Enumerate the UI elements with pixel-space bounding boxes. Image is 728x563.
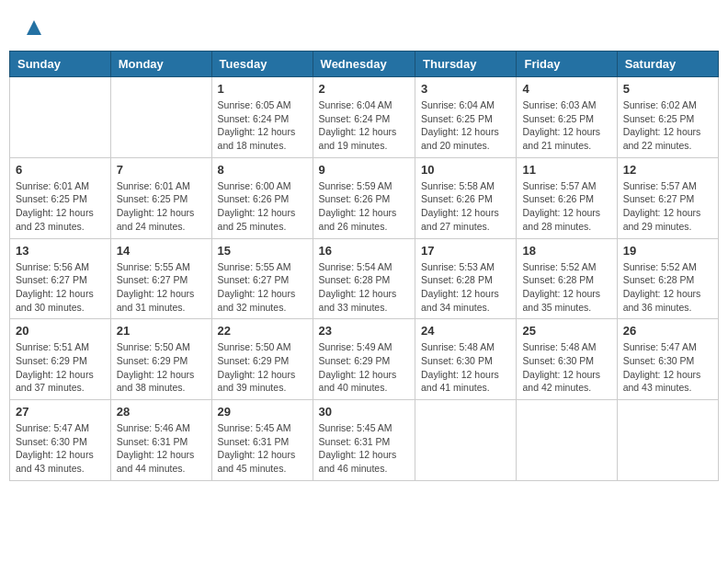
day-info: Sunrise: 5:47 AM Sunset: 6:30 PM Dayligh… <box>623 340 712 395</box>
calendar-cell: 25Sunrise: 5:48 AM Sunset: 6:30 PM Dayli… <box>517 319 617 400</box>
calendar-cell <box>617 400 718 481</box>
calendar-cell: 16Sunrise: 5:54 AM Sunset: 6:28 PM Dayli… <box>313 238 415 319</box>
calendar-cell: 20Sunrise: 5:51 AM Sunset: 6:29 PM Dayli… <box>10 319 111 400</box>
day-number: 11 <box>522 163 610 177</box>
day-number: 26 <box>623 324 712 338</box>
calendar-cell <box>110 77 211 158</box>
day-number: 16 <box>319 244 409 258</box>
day-number: 17 <box>421 244 510 258</box>
day-number: 28 <box>117 405 206 419</box>
column-header-saturday: Saturday <box>617 52 718 77</box>
day-number: 23 <box>319 324 409 338</box>
logo <box>23 18 43 41</box>
day-info: Sunrise: 5:47 AM Sunset: 6:30 PM Dayligh… <box>16 421 105 476</box>
day-info: Sunrise: 5:58 AM Sunset: 6:26 PM Dayligh… <box>421 179 510 234</box>
day-info: Sunrise: 5:52 AM Sunset: 6:28 PM Dayligh… <box>623 260 712 315</box>
calendar-header-row: SundayMondayTuesdayWednesdayThursdayFrid… <box>10 52 719 77</box>
day-info: Sunrise: 5:46 AM Sunset: 6:31 PM Dayligh… <box>117 421 206 476</box>
calendar-cell: 26Sunrise: 5:47 AM Sunset: 6:30 PM Dayli… <box>617 319 718 400</box>
day-number: 5 <box>623 82 712 96</box>
day-info: Sunrise: 5:49 AM Sunset: 6:29 PM Dayligh… <box>319 340 409 395</box>
day-info: Sunrise: 6:03 AM Sunset: 6:25 PM Dayligh… <box>522 98 610 153</box>
calendar-cell: 6Sunrise: 6:01 AM Sunset: 6:25 PM Daylig… <box>10 157 111 238</box>
calendar-cell: 13Sunrise: 5:56 AM Sunset: 6:27 PM Dayli… <box>10 238 111 319</box>
calendar-cell: 14Sunrise: 5:55 AM Sunset: 6:27 PM Dayli… <box>110 238 211 319</box>
calendar-cell: 18Sunrise: 5:52 AM Sunset: 6:28 PM Dayli… <box>517 238 617 319</box>
day-number: 25 <box>522 324 610 338</box>
day-info: Sunrise: 5:54 AM Sunset: 6:28 PM Dayligh… <box>319 260 409 315</box>
day-number: 22 <box>218 324 307 338</box>
day-info: Sunrise: 6:02 AM Sunset: 6:25 PM Dayligh… <box>623 98 712 153</box>
logo-text <box>23 18 43 41</box>
calendar-cell: 1Sunrise: 6:05 AM Sunset: 6:24 PM Daylig… <box>211 77 313 158</box>
calendar-cell: 2Sunrise: 6:04 AM Sunset: 6:24 PM Daylig… <box>313 77 415 158</box>
day-info: Sunrise: 5:52 AM Sunset: 6:28 PM Dayligh… <box>522 260 610 315</box>
day-info: Sunrise: 5:53 AM Sunset: 6:28 PM Dayligh… <box>421 260 510 315</box>
page-header <box>9 9 719 46</box>
day-number: 13 <box>16 244 105 258</box>
day-info: Sunrise: 6:01 AM Sunset: 6:25 PM Dayligh… <box>16 179 105 234</box>
day-info: Sunrise: 6:05 AM Sunset: 6:24 PM Dayligh… <box>218 98 307 153</box>
calendar-week-row: 1Sunrise: 6:05 AM Sunset: 6:24 PM Daylig… <box>10 77 719 158</box>
day-info: Sunrise: 5:51 AM Sunset: 6:29 PM Dayligh… <box>16 340 105 395</box>
column-header-thursday: Thursday <box>415 52 517 77</box>
day-number: 12 <box>623 163 712 177</box>
day-info: Sunrise: 6:04 AM Sunset: 6:24 PM Dayligh… <box>319 98 409 153</box>
calendar-cell: 19Sunrise: 5:52 AM Sunset: 6:28 PM Dayli… <box>617 238 718 319</box>
day-number: 19 <box>623 244 712 258</box>
calendar-table: SundayMondayTuesdayWednesdayThursdayFrid… <box>9 51 719 481</box>
calendar-cell: 28Sunrise: 5:46 AM Sunset: 6:31 PM Dayli… <box>110 400 211 481</box>
day-number: 21 <box>117 324 206 338</box>
day-number: 4 <box>522 82 610 96</box>
column-header-tuesday: Tuesday <box>211 52 313 77</box>
column-header-friday: Friday <box>517 52 617 77</box>
calendar-cell: 5Sunrise: 6:02 AM Sunset: 6:25 PM Daylig… <box>617 77 718 158</box>
day-number: 14 <box>117 244 206 258</box>
calendar-week-row: 6Sunrise: 6:01 AM Sunset: 6:25 PM Daylig… <box>10 157 719 238</box>
calendar-cell: 21Sunrise: 5:50 AM Sunset: 6:29 PM Dayli… <box>110 319 211 400</box>
column-header-wednesday: Wednesday <box>313 52 415 77</box>
calendar-cell: 29Sunrise: 5:45 AM Sunset: 6:31 PM Dayli… <box>211 400 313 481</box>
day-number: 7 <box>117 163 206 177</box>
day-info: Sunrise: 6:04 AM Sunset: 6:25 PM Dayligh… <box>421 98 510 153</box>
day-info: Sunrise: 6:00 AM Sunset: 6:26 PM Dayligh… <box>218 179 307 234</box>
calendar-week-row: 13Sunrise: 5:56 AM Sunset: 6:27 PM Dayli… <box>10 238 719 319</box>
day-info: Sunrise: 5:55 AM Sunset: 6:27 PM Dayligh… <box>218 260 307 315</box>
day-info: Sunrise: 5:50 AM Sunset: 6:29 PM Dayligh… <box>117 340 206 395</box>
day-info: Sunrise: 5:50 AM Sunset: 6:29 PM Dayligh… <box>218 340 307 395</box>
day-number: 2 <box>319 82 409 96</box>
day-info: Sunrise: 5:48 AM Sunset: 6:30 PM Dayligh… <box>421 340 510 395</box>
day-number: 30 <box>319 405 409 419</box>
day-info: Sunrise: 5:45 AM Sunset: 6:31 PM Dayligh… <box>218 421 307 476</box>
day-number: 29 <box>218 405 307 419</box>
calendar-cell: 24Sunrise: 5:48 AM Sunset: 6:30 PM Dayli… <box>415 319 517 400</box>
calendar-cell: 12Sunrise: 5:57 AM Sunset: 6:27 PM Dayli… <box>617 157 718 238</box>
calendar-cell: 4Sunrise: 6:03 AM Sunset: 6:25 PM Daylig… <box>517 77 617 158</box>
calendar-cell <box>415 400 517 481</box>
day-info: Sunrise: 5:57 AM Sunset: 6:26 PM Dayligh… <box>522 179 610 234</box>
day-info: Sunrise: 5:45 AM Sunset: 6:31 PM Dayligh… <box>319 421 409 476</box>
calendar-cell: 10Sunrise: 5:58 AM Sunset: 6:26 PM Dayli… <box>415 157 517 238</box>
day-number: 8 <box>218 163 307 177</box>
calendar-week-row: 27Sunrise: 5:47 AM Sunset: 6:30 PM Dayli… <box>10 400 719 481</box>
calendar-week-row: 20Sunrise: 5:51 AM Sunset: 6:29 PM Dayli… <box>10 319 719 400</box>
column-header-sunday: Sunday <box>10 52 111 77</box>
day-info: Sunrise: 5:55 AM Sunset: 6:27 PM Dayligh… <box>117 260 206 315</box>
calendar-cell: 23Sunrise: 5:49 AM Sunset: 6:29 PM Dayli… <box>313 319 415 400</box>
svg-marker-0 <box>27 20 41 35</box>
column-header-monday: Monday <box>110 52 211 77</box>
day-info: Sunrise: 5:57 AM Sunset: 6:27 PM Dayligh… <box>623 179 712 234</box>
day-number: 1 <box>218 82 307 96</box>
day-number: 24 <box>421 324 510 338</box>
day-number: 3 <box>421 82 510 96</box>
day-number: 10 <box>421 163 510 177</box>
calendar-cell: 7Sunrise: 6:01 AM Sunset: 6:25 PM Daylig… <box>110 157 211 238</box>
calendar-cell: 3Sunrise: 6:04 AM Sunset: 6:25 PM Daylig… <box>415 77 517 158</box>
day-number: 27 <box>16 405 105 419</box>
day-number: 6 <box>16 163 105 177</box>
calendar-cell: 9Sunrise: 5:59 AM Sunset: 6:26 PM Daylig… <box>313 157 415 238</box>
calendar-cell: 22Sunrise: 5:50 AM Sunset: 6:29 PM Dayli… <box>211 319 313 400</box>
day-info: Sunrise: 5:48 AM Sunset: 6:30 PM Dayligh… <box>522 340 610 395</box>
calendar-cell: 11Sunrise: 5:57 AM Sunset: 6:26 PM Dayli… <box>517 157 617 238</box>
calendar-cell: 30Sunrise: 5:45 AM Sunset: 6:31 PM Dayli… <box>313 400 415 481</box>
